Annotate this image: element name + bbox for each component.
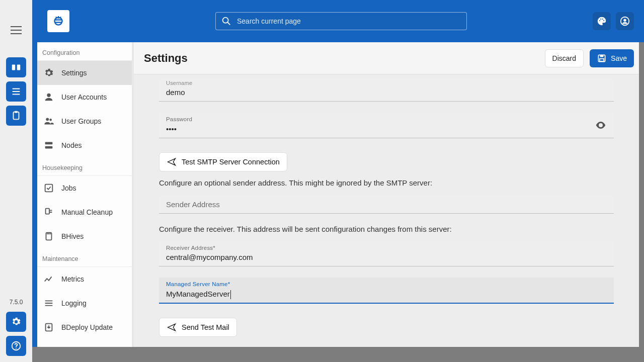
version-label: 7.5.0 [10,299,23,306]
sidebar-item-label: Manual Cleanup [61,208,113,216]
app-logo[interactable] [47,10,69,32]
sidebar-item-label: User Groups [61,117,101,125]
sidebar-item-label: Nodes [61,141,82,149]
rail-help-button[interactable] [6,336,26,356]
receiver-help-text: Configure the receiver. This address wil… [159,225,614,233]
sidebar-item-label: Metrics [61,275,84,283]
page-header: Settings Discard Save [134,42,644,74]
topbar [32,0,644,42]
send-test-mail-button[interactable]: Send Test Mail [159,318,237,337]
accent-strip [32,42,37,347]
sidebar-item-user-accounts[interactable]: User Accounts [37,85,133,109]
receiver-address-field[interactable]: Receiver Address* central@mycompany.com [159,241,614,267]
sender-help-text: Configure an optional sender address. Th… [159,178,614,187]
palette-icon [596,16,607,27]
sidebar-item-jobs[interactable]: Jobs [37,176,133,200]
search-icon [221,16,232,27]
sidebar-item-label: Settings [61,69,87,77]
rail-settings-button[interactable] [6,312,26,332]
server-icon [43,140,54,151]
text-caret [230,290,231,299]
sidebar-item-logging[interactable]: Logging [37,291,133,315]
rail-list-button[interactable] [6,81,26,102]
username-field[interactable]: Username demo [159,78,614,102]
sidebar-group-label: Maintenance [37,248,133,267]
save-button[interactable]: Save [590,49,634,67]
sd-icon [43,231,54,242]
sidebar-item-label: BDeploy Update [61,323,113,331]
metrics-icon [43,274,54,285]
discard-button[interactable]: Discard [545,49,584,67]
menu-toggle-icon[interactable] [6,20,26,40]
rail-clipboard-button[interactable] [6,106,26,126]
left-rail: 7.5.0 [0,0,32,362]
page-title: Settings [144,52,539,65]
broom-icon [43,207,54,218]
managed-server-field[interactable]: Managed Server Name* MyManagedServer [159,278,614,304]
username-label: Username [166,80,607,86]
username-value: demo [166,87,607,98]
reveal-password-icon[interactable] [595,119,607,131]
users-icon [43,116,54,127]
receiver-value: central@mycompany.com [166,252,607,263]
rail-panels-button[interactable] [6,57,26,77]
check-icon [43,183,54,194]
managed-server-label: Managed Server Name* [166,282,607,288]
receiver-label: Receiver Address* [166,245,607,251]
sender-placeholder: Sender Address [166,199,607,210]
password-value: •••• [166,124,607,135]
theme-button[interactable] [593,12,611,30]
test-smtp-button[interactable]: Test SMTP Server Connection [159,152,287,171]
gear-icon [43,67,54,78]
sidebar-item-label: Jobs [61,184,76,192]
lines-icon [43,298,54,309]
sidebar: ConfigurationSettingsUser AccountsUser G… [37,42,134,347]
sender-address-field[interactable]: Sender Address [159,195,614,214]
sidebar-group-label: Housekeeping [37,157,133,176]
password-field[interactable]: Password •••• [159,113,614,138]
sidebar-item-nodes[interactable]: Nodes [37,133,133,157]
search-input[interactable] [215,12,467,30]
send-icon [167,157,177,167]
sidebar-item-bhives[interactable]: BHives [37,224,133,248]
password-label: Password [166,117,607,123]
account-icon [619,16,630,27]
account-button[interactable] [616,12,634,30]
sidebar-item-label: BHives [61,232,84,240]
download-icon [43,322,54,333]
settings-form: Username demo Password •••• Test SMTP Se… [134,74,644,347]
bottom-shade [32,347,644,362]
sidebar-item-user-groups[interactable]: User Groups [37,109,133,133]
managed-server-value: MyManagedServer [166,290,230,298]
search-field[interactable] [237,17,461,25]
send-icon [167,322,177,332]
user-icon [43,92,54,103]
sidebar-item-manual-cleanup[interactable]: Manual Cleanup [37,200,133,224]
sidebar-item-settings[interactable]: Settings [37,61,133,85]
sidebar-item-metrics[interactable]: Metrics [37,267,133,291]
sidebar-item-label: User Accounts [61,93,107,101]
save-icon [597,53,607,63]
sidebar-item-bdeploy-update[interactable]: BDeploy Update [37,315,133,339]
sidebar-group-label: Configuration [37,42,133,61]
sidebar-item-label: Logging [61,299,87,307]
